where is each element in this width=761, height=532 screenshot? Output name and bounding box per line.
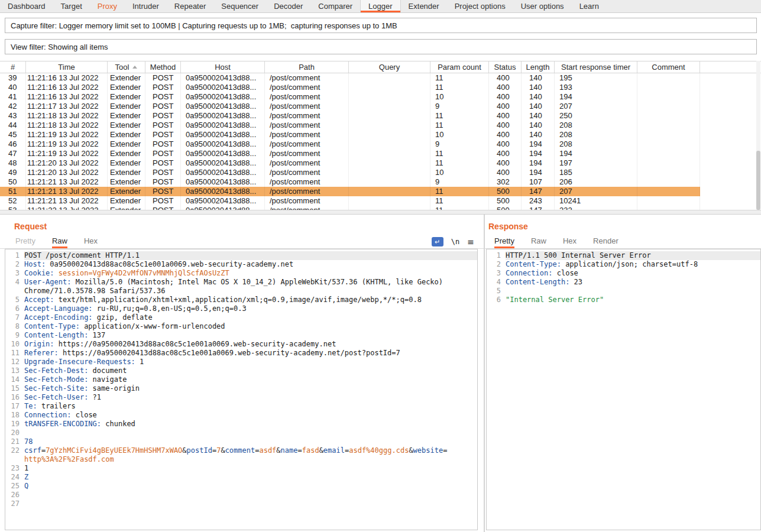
column-header-time[interactable]: Time — [26, 61, 108, 73]
editor-line: 2Host: 0a9500020413d88ac08c5c1e001a0069.… — [5, 260, 477, 269]
request-tab-hex[interactable]: Hex — [84, 236, 98, 248]
nonprintable-chars-toggle-icon[interactable]: \n — [451, 238, 459, 246]
table-vertical-scrollbar[interactable] — [756, 61, 760, 210]
log-row-44[interactable]: 4411:21:18 13 Jul 2022ExtenderPOST0a9500… — [0, 121, 700, 130]
log-row-49[interactable]: 4911:21:20 13 Jul 2022ExtenderPOST0a9500… — [0, 168, 700, 177]
line-content: Content-Type: application/json; charset=… — [506, 260, 760, 269]
response-editor[interactable]: 1HTTP/1.1 500 Internal Server Error2Cont… — [486, 249, 761, 530]
cell-param-count: 11 — [430, 83, 489, 92]
response-panel: Response PrettyRawHexRender 1HTTP/1.1 50… — [485, 215, 761, 532]
cell-length: 140 — [522, 92, 555, 102]
column-header-start-response-timer[interactable]: Start response timer — [555, 61, 637, 73]
column-header-query[interactable]: Query — [349, 61, 430, 73]
line-content: User-Agent: Mozilla/5.0 (Macintosh; Inte… — [24, 278, 477, 296]
main-tab-comparer[interactable]: Comparer — [310, 0, 360, 12]
log-row-47[interactable]: 4711:21:19 13 Jul 2022ExtenderPOST0a9500… — [0, 149, 700, 158]
cell-length: 243 — [522, 196, 555, 206]
cell-status: 400 — [489, 168, 522, 177]
column-header-param-count[interactable]: Param count — [430, 61, 489, 73]
request-editor[interactable]: 1POST /post/comment HTTP/1.12Host: 0a950… — [5, 249, 478, 530]
capture-filter-bar[interactable]: Capture filter: Logger memory limit set … — [5, 18, 757, 33]
burp-logger-window: DashboardTargetProxyIntruderRepeaterSequ… — [0, 0, 761, 532]
response-tab-pretty[interactable]: Pretty — [494, 236, 514, 248]
cell-tool: Extender — [108, 140, 145, 149]
cell-param-count: 11 — [430, 158, 489, 168]
log-row-41[interactable]: 4111:21:16 13 Jul 2022ExtenderPOST0a9500… — [0, 92, 700, 102]
response-tab-render[interactable]: Render — [593, 236, 618, 248]
log-row-52[interactable]: 5211:21:21 13 Jul 2022ExtenderPOST0a9500… — [0, 196, 700, 206]
cell-host: 0a9500020413d88... — [181, 206, 265, 210]
request-tab-pretty[interactable]: Pretty — [15, 236, 35, 248]
response-tab-hex[interactable]: Hex — [563, 236, 577, 248]
scrollbar-thumb[interactable] — [756, 151, 760, 210]
cell-method: POST — [145, 121, 181, 130]
editor-line: 231 — [5, 464, 477, 473]
main-tab-project-options[interactable]: Project options — [447, 0, 513, 12]
log-row-53[interactable]: 5311:21:22 13 Jul 2022ExtenderPOST0a9500… — [0, 206, 700, 210]
editor-menu-icon[interactable]: ≡ — [467, 237, 474, 246]
column-header-host[interactable]: Host — [181, 61, 265, 73]
cell-query — [349, 102, 430, 111]
cell-tool: Extender — [108, 206, 145, 210]
cell-param-count: 11 — [430, 149, 489, 158]
line-content: POST /post/comment HTTP/1.1 — [24, 251, 477, 260]
main-tab-logger[interactable]: Logger — [360, 0, 400, 12]
line-number: 7 — [5, 313, 20, 322]
column-header-status[interactable]: Status — [489, 61, 522, 73]
main-tab-proxy[interactable]: Proxy — [90, 0, 125, 12]
main-tab-repeater[interactable]: Repeater — [167, 0, 213, 12]
cell-param-count: 11 — [430, 121, 489, 130]
line-number: 4 — [5, 278, 20, 296]
column-label: Method — [150, 63, 176, 72]
request-panel: Request PrettyRawHex ↵ \n ≡ 1POST /post/… — [0, 215, 484, 532]
cell-path: /post/comment — [265, 83, 349, 92]
log-row-42[interactable]: 4211:21:17 13 Jul 2022ExtenderPOST0a9500… — [0, 102, 700, 111]
main-tab-learn[interactable]: Learn — [572, 0, 607, 12]
log-row-46[interactable]: 4611:21:19 13 Jul 2022ExtenderPOST0a9500… — [0, 140, 700, 149]
main-tab-intruder[interactable]: Intruder — [125, 0, 167, 12]
log-table-body: 3911:21:16 13 Jul 2022ExtenderPOST0a9500… — [0, 73, 700, 210]
main-tab-target[interactable]: Target — [53, 0, 90, 12]
log-row-50[interactable]: 5011:21:21 13 Jul 2022ExtenderPOST0a9500… — [0, 177, 700, 187]
main-tab-dashboard[interactable]: Dashboard — [0, 0, 53, 12]
column-header-index[interactable]: # — [0, 61, 26, 73]
request-tab-raw[interactable]: Raw — [52, 236, 67, 248]
cell-index: 47 — [0, 149, 26, 158]
line-number: 24 — [5, 473, 20, 482]
editor-line: 3Cookie: session=VgFWy4D2vMfON7vMNMhjQlS… — [5, 269, 477, 278]
view-filter-bar[interactable]: View filter: Showing all items — [5, 39, 757, 54]
cell-time: 11:21:22 13 Jul 2022 — [26, 206, 108, 210]
log-row-45[interactable]: 4511:21:19 13 Jul 2022ExtenderPOST0a9500… — [0, 130, 700, 140]
log-row-43[interactable]: 4311:21:18 13 Jul 2022ExtenderPOST0a9500… — [0, 111, 700, 121]
log-row-48[interactable]: 4811:21:20 13 Jul 2022ExtenderPOST0a9500… — [0, 158, 700, 168]
cell-time: 11:21:17 13 Jul 2022 — [26, 102, 108, 111]
cell-index: 53 — [0, 206, 26, 210]
cell-start-response-timer: 193 — [555, 83, 637, 92]
cell-host: 0a9500020413d88... — [181, 92, 265, 102]
cell-host: 0a9500020413d88... — [181, 187, 265, 196]
column-label: Host — [215, 63, 231, 72]
main-tab-sequencer[interactable]: Sequencer — [213, 0, 266, 12]
line-number: 12 — [5, 358, 20, 366]
editor-line: 26 — [5, 491, 477, 499]
column-header-method[interactable]: Method — [145, 61, 181, 73]
word-wrap-toggle-icon[interactable]: ↵ — [432, 237, 443, 246]
column-header-tool[interactable]: Tool — [108, 61, 145, 73]
line-content: Content-Type: application/x-www-form-url… — [24, 322, 477, 331]
table-horizontal-scrollbar[interactable] — [0, 210, 761, 214]
column-header-length[interactable]: Length — [522, 61, 555, 73]
column-header-comment[interactable]: Comment — [637, 61, 700, 73]
column-header-path[interactable]: Path — [265, 61, 349, 73]
cell-index: 44 — [0, 121, 26, 130]
log-row-51[interactable]: 5111:21:21 13 Jul 2022ExtenderPOST0a9500… — [0, 187, 700, 196]
log-row-39[interactable]: 3911:21:16 13 Jul 2022ExtenderPOST0a9500… — [0, 73, 700, 83]
cell-comment — [637, 92, 700, 102]
main-tab-user-options[interactable]: User options — [513, 0, 572, 12]
main-tab-decoder[interactable]: Decoder — [266, 0, 310, 12]
main-tab-extender[interactable]: Extender — [401, 0, 447, 12]
editor-line: 25Q — [5, 482, 477, 491]
log-row-40[interactable]: 4011:21:16 13 Jul 2022ExtenderPOST0a9500… — [0, 83, 700, 92]
cell-tool: Extender — [108, 187, 145, 196]
line-number: 3 — [5, 269, 20, 278]
response-tab-raw[interactable]: Raw — [531, 236, 546, 248]
